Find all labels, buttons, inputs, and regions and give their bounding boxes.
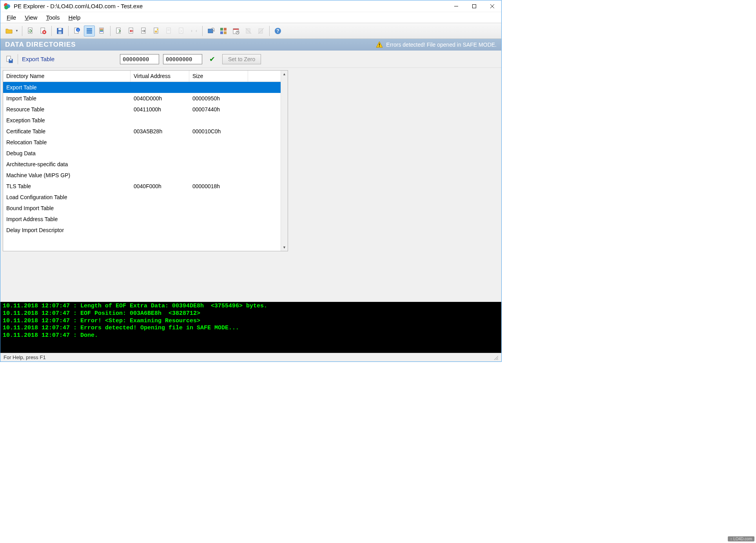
save-icon[interactable] bbox=[54, 25, 65, 36]
menu-help[interactable]: Help bbox=[64, 13, 84, 22]
menu-view[interactable]: View bbox=[21, 13, 41, 22]
close-button[interactable] bbox=[483, 0, 501, 12]
table-row[interactable]: Import Address Table bbox=[3, 214, 281, 225]
table-cell bbox=[189, 196, 248, 198]
svg-text:!: ! bbox=[379, 43, 380, 47]
toolbar-separator bbox=[110, 26, 111, 36]
table-row[interactable]: Delay Import Descriptor bbox=[3, 225, 281, 236]
save-entry-icon[interactable] bbox=[4, 54, 14, 64]
table-cell bbox=[131, 153, 189, 154]
app-window: PE Explorer - D:\LO4D.com\LO4D.com - Tes… bbox=[0, 0, 502, 362]
refresh-icon[interactable] bbox=[25, 25, 36, 36]
table-row[interactable]: Bound Import Table bbox=[3, 203, 281, 214]
table-row[interactable]: Relocation Table bbox=[3, 137, 281, 148]
table-row[interactable]: Export Table bbox=[3, 82, 281, 93]
timestamp-icon[interactable] bbox=[230, 25, 241, 36]
apply-check-icon[interactable]: ✔ bbox=[209, 55, 215, 64]
table-cell: Machine Value (MIPS GP) bbox=[3, 171, 131, 179]
log-console[interactable]: 10.11.2018 12:07:47 : Length of EOF Extr… bbox=[0, 302, 501, 353]
disassembler-icon[interactable] bbox=[205, 25, 216, 36]
table-cell: Relocation Table bbox=[3, 138, 131, 146]
chevron-down-icon[interactable]: ▼ bbox=[15, 29, 18, 33]
resource-viewer-icon[interactable] bbox=[151, 25, 162, 36]
column-virtual-address[interactable]: Virtual Address bbox=[131, 71, 189, 82]
set-to-zero-button[interactable]: Set to Zero bbox=[222, 54, 261, 64]
column-size[interactable]: Size bbox=[189, 71, 248, 82]
svg-point-31 bbox=[157, 29, 158, 30]
import-viewer-icon[interactable] bbox=[126, 25, 137, 36]
data-directories-icon[interactable] bbox=[84, 25, 95, 36]
toolbar-separator bbox=[68, 26, 69, 36]
section-headers-icon[interactable] bbox=[96, 25, 107, 36]
open-file-icon[interactable] bbox=[4, 25, 15, 36]
table-cell: 00411000h bbox=[131, 105, 189, 113]
virtual-address-input[interactable] bbox=[120, 54, 159, 64]
table-cell: Debug Data bbox=[3, 149, 131, 157]
toolbar-separator bbox=[202, 26, 203, 36]
table-cell bbox=[189, 87, 248, 88]
scroll-down-icon[interactable]: ▼ bbox=[281, 244, 288, 251]
table-row[interactable]: Exception Table bbox=[3, 115, 281, 126]
table-row[interactable]: Architecture-specific data bbox=[3, 159, 281, 170]
toolbar-separator bbox=[22, 26, 22, 36]
svg-rect-18 bbox=[87, 28, 92, 29]
table-cell: 0040F000h bbox=[131, 182, 189, 190]
column-directory-name[interactable]: Directory Name bbox=[3, 71, 131, 82]
toolbar-separator bbox=[51, 26, 52, 36]
export-viewer-icon[interactable] bbox=[113, 25, 124, 36]
menu-tools[interactable]: Tools bbox=[42, 13, 63, 22]
column-empty bbox=[248, 71, 281, 82]
help-icon[interactable]: ? bbox=[272, 25, 283, 36]
svg-text:?: ? bbox=[276, 28, 279, 34]
minimize-button[interactable] bbox=[447, 0, 465, 12]
delay-import-icon[interactable] bbox=[138, 25, 149, 36]
headers-info-icon[interactable]: i bbox=[71, 25, 82, 36]
table-cell bbox=[131, 120, 189, 121]
svg-rect-23 bbox=[100, 29, 103, 29]
selected-directory-label: Export Table bbox=[22, 56, 116, 62]
edit-separator bbox=[18, 54, 18, 64]
svg-rect-39 bbox=[220, 28, 223, 31]
vertical-scrollbar[interactable]: ▲ ▼ bbox=[281, 71, 288, 251]
size-input[interactable] bbox=[163, 54, 202, 64]
svg-point-2 bbox=[4, 5, 8, 9]
menu-file[interactable]: File bbox=[3, 13, 20, 22]
safe-mode-warning: ! Errors detected! File opened in SAFE M… bbox=[376, 41, 497, 48]
table-cell: 00000018h bbox=[189, 182, 248, 190]
toolbar-separator bbox=[269, 26, 270, 36]
table-row[interactable]: Debug Data bbox=[3, 148, 281, 159]
table-row[interactable]: TLS Table0040F000h00000018h bbox=[3, 181, 281, 192]
table-row[interactable]: Certificate Table003A5B28h000010C0h bbox=[3, 126, 281, 137]
table-cell: Import Table bbox=[3, 94, 131, 102]
close-file-icon[interactable] bbox=[38, 25, 49, 36]
table-row[interactable]: Import Table0040D000h00000950h bbox=[3, 93, 281, 104]
table-cell: Load Configuration Table bbox=[3, 193, 131, 201]
table-row[interactable]: Machine Value (MIPS GP) bbox=[3, 170, 281, 181]
dependency-scanner-icon[interactable] bbox=[218, 25, 229, 36]
resize-grip-icon[interactable] bbox=[493, 355, 498, 360]
remove-debug-icon bbox=[243, 25, 254, 36]
left-pane: Directory Name Virtual Address Size Expo… bbox=[0, 68, 290, 302]
svg-rect-20 bbox=[87, 31, 92, 33]
table-cell bbox=[131, 142, 189, 143]
maximize-button[interactable] bbox=[465, 0, 483, 12]
svg-rect-41 bbox=[220, 31, 223, 34]
scroll-up-icon[interactable]: ▲ bbox=[281, 71, 288, 78]
window-controls bbox=[447, 0, 501, 12]
relocation-icon bbox=[176, 25, 187, 36]
table-cell: 00007440h bbox=[189, 105, 248, 113]
svg-rect-40 bbox=[224, 28, 227, 31]
svg-line-38 bbox=[214, 31, 214, 31]
table-cell bbox=[189, 163, 248, 165]
svg-rect-42 bbox=[224, 31, 227, 34]
table-cell: Bound Import Table bbox=[3, 204, 131, 212]
section-header: DATA DIRECTORIES ! Errors detected! File… bbox=[0, 39, 501, 51]
table-cell bbox=[189, 142, 248, 143]
table-row[interactable]: Load Configuration Table bbox=[3, 192, 281, 203]
svg-rect-4 bbox=[473, 4, 476, 8]
table-cell: 000010C0h bbox=[189, 127, 248, 135]
warning-text: Errors detected! File opened in SAFE MOD… bbox=[386, 42, 497, 48]
svg-rect-14 bbox=[58, 31, 62, 34]
right-pane bbox=[290, 68, 501, 302]
table-row[interactable]: Resource Table00411000h00007440h bbox=[3, 104, 281, 115]
